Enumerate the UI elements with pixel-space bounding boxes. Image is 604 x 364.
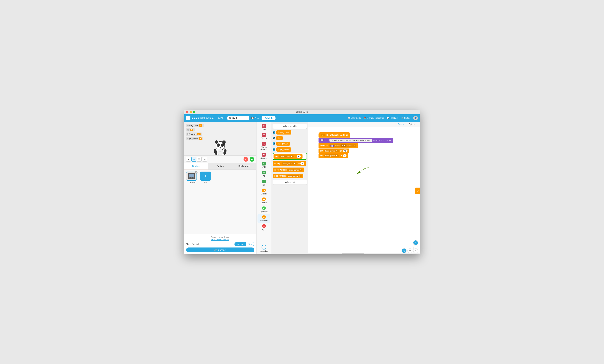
show-variable-block[interactable]: show variable base_power ▼ — [273, 168, 307, 172]
print-block[interactable]: ⬜ print Press B to start color line foll… — [318, 138, 393, 143]
h-scrollbar[interactable] — [308, 253, 420, 255]
cat-my-blocks[interactable]: My My... — [257, 223, 270, 231]
block-left-power[interactable]: left_power — [277, 142, 290, 146]
how-to-link[interactable]: How to use device? — [186, 238, 254, 241]
svg-point-10 — [219, 147, 221, 148]
svg-rect-22 — [263, 134, 265, 135]
zoom-in-btn[interactable]: + — [413, 240, 418, 245]
wait-until-block[interactable]: wait until ⬜ button B ▼ pressed? — [318, 143, 358, 148]
stop-button[interactable]: ■ — [243, 157, 248, 162]
set-0-value[interactable]: 0 — [343, 154, 347, 157]
change-var-dropdown[interactable]: base_power ▼ — [282, 162, 297, 165]
show-label: show variable — [274, 169, 287, 171]
checkbox-right-power-input[interactable] — [273, 148, 275, 151]
cat-operators[interactable]: + Operators — [257, 206, 270, 214]
canvas-area[interactable]: ⚡ when CyberPi starts up ⬜ print Press B… — [308, 127, 420, 255]
cat-display[interactable]: Display — [257, 132, 270, 140]
feedback-link[interactable]: 💬 Feedback — [386, 117, 398, 119]
var-badge-left-power: left_power 0 — [186, 133, 202, 136]
events-label: Events — [261, 193, 267, 195]
user-avatar[interactable]: 👤 — [413, 116, 418, 120]
tab-sprites[interactable]: Sprites — [208, 163, 232, 169]
maximize-button[interactable] — [193, 111, 195, 113]
set-block[interactable]: set base_power ▼ to 0 — [274, 154, 302, 159]
svg-point-2 — [215, 140, 218, 144]
live-mode-btn[interactable]: Live — [246, 242, 254, 246]
canvas-tab-python[interactable]: Python — [406, 122, 418, 127]
cat-led[interactable]: LED — [257, 123, 270, 131]
user-guide-link[interactable]: 📖 User Guide — [348, 117, 361, 119]
change-value-pill[interactable]: 1 — [300, 162, 304, 165]
project-name-input[interactable] — [227, 116, 249, 120]
print-suffix: and move to a newline — [373, 139, 391, 141]
ai-label: AI — [263, 175, 264, 177]
file-icon: 🗂 — [218, 117, 220, 119]
set-0-var[interactable]: base_power ▼ — [324, 154, 339, 157]
undo-btn[interactable]: ↩ — [407, 248, 412, 253]
block-kp[interactable]: kp — [277, 136, 283, 140]
file-menu[interactable]: 🗂 File — [216, 116, 225, 120]
left-panel: base_power 0 kp 0 left_power 0 — [184, 122, 256, 255]
block-base-power[interactable]: base_power — [277, 130, 291, 134]
grid2-view-btn[interactable]: ⊟ — [191, 157, 196, 162]
run-button[interactable]: ▶ — [250, 157, 254, 162]
list-view-btn[interactable]: ☰ — [197, 157, 201, 162]
setting-link[interactable]: ⚙️ Setting — [401, 117, 411, 119]
svg-text:+: + — [263, 207, 264, 210]
show-var-dropdown[interactable]: base_power ▼ — [287, 169, 302, 171]
close-button[interactable] — [186, 111, 188, 113]
make-list-btn[interactable]: Make a List — [273, 180, 307, 185]
tab-devices[interactable]: Devices — [184, 163, 208, 169]
event-block[interactable]: ⚡ when CyberPi starts up — [318, 132, 350, 138]
value-pill[interactable]: 0 — [297, 155, 301, 158]
cat-iot[interactable]: IoT — [257, 179, 270, 187]
canvas-tab-blocks[interactable]: Blocks — [395, 122, 406, 127]
checkbox-left-power-input[interactable] — [273, 142, 275, 145]
cat-control[interactable]: Control — [257, 196, 270, 205]
display-label: Display — [261, 137, 267, 139]
cat-variables[interactable]: var Variables — [257, 214, 270, 223]
device-close-btn[interactable]: ✕ — [195, 171, 198, 174]
set-0-block[interactable]: set base_power ▼ to 0 — [318, 153, 348, 158]
svg-point-31 — [264, 181, 264, 182]
code-toggle-btn[interactable]: </> — [415, 188, 420, 194]
show-block-inner[interactable]: show variable base_power ▼ — [273, 168, 304, 172]
equals-btn[interactable]: = — [413, 248, 418, 253]
to-label: to — [294, 155, 296, 158]
checkbox-kp-input[interactable] — [273, 137, 275, 139]
reset-view-btn[interactable]: ⊙ — [402, 248, 406, 253]
checkbox-base-power-input[interactable] — [273, 131, 275, 134]
cat-lan[interactable]: LAN — [257, 161, 270, 169]
tab-background[interactable]: Background — [232, 163, 256, 169]
cyberpi-device: ✕ CyberPi — [186, 171, 198, 232]
iot-label: IoT — [263, 184, 265, 186]
cat-extension[interactable]: + extension — [257, 244, 270, 253]
set-40-value[interactable]: 40 — [343, 149, 348, 152]
hide-block-inner[interactable]: hide variable base_power ▼ — [273, 174, 303, 178]
var-dropdown[interactable]: base_power ▼ — [278, 155, 294, 158]
button-b[interactable]: B ▼ — [340, 145, 346, 147]
make-variable-btn[interactable]: Make a Variable — [273, 124, 307, 129]
block-right-power[interactable]: right_power — [277, 147, 291, 152]
cat-motion-sensing[interactable]: Motion Sensing — [257, 141, 270, 151]
scrollbar-thumb[interactable] — [342, 253, 364, 255]
hide-variable-block[interactable]: hide variable base_power ▼ — [273, 174, 307, 178]
change-block-inner[interactable]: change base_power ▼ by 1 — [273, 161, 306, 166]
cat-sensing[interactable]: Sensing — [257, 152, 270, 160]
upload-mode-btn[interactable]: Upload — [235, 242, 246, 246]
hide-var-dropdown[interactable]: base_power ▼ — [287, 175, 302, 177]
minimize-button[interactable] — [189, 111, 192, 113]
publish-button[interactable]: Publish — [262, 116, 276, 120]
save-button[interactable]: 💾 Save — [251, 117, 260, 119]
cat-ai[interactable]: AI AI — [257, 170, 270, 178]
set-40-block[interactable]: set base_power ▼ to 40 — [318, 148, 349, 153]
connect-button[interactable]: 🔗 Connect — [186, 247, 254, 252]
set-block-highlighted[interactable]: set base_power ▼ to 0 — [273, 153, 307, 160]
example-programs-link[interactable]: 📚 Example Programs — [364, 117, 384, 119]
cat-events[interactable]: Events — [257, 188, 270, 196]
add-device-btn[interactable]: + — [200, 171, 211, 181]
grid4-view-btn[interactable]: ⊞ — [202, 157, 207, 162]
expand-view-btn[interactable]: ⊞ — [186, 157, 191, 162]
change-block[interactable]: change base_power ▼ by 1 — [273, 161, 307, 166]
set-40-var[interactable]: base_power ▼ — [324, 149, 339, 152]
